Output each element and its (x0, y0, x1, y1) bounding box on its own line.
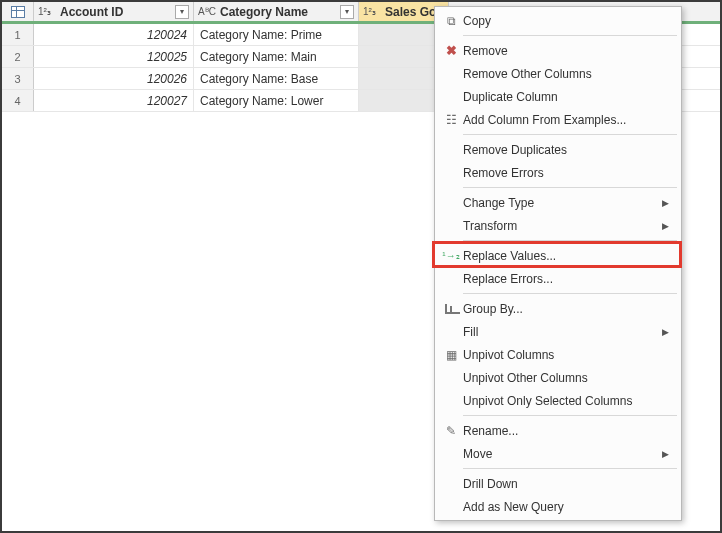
menu-remove-other-columns[interactable]: Remove Other Columns (435, 62, 681, 85)
menu-label: Add as New Query (463, 500, 669, 514)
menu-label: Add Column From Examples... (463, 113, 669, 127)
chevron-right-icon: ▶ (662, 221, 669, 231)
chevron-right-icon: ▶ (662, 198, 669, 208)
menu-label: Unpivot Columns (463, 348, 669, 362)
cell-account-id[interactable]: 120025 (34, 46, 194, 67)
menu-add-as-new-query[interactable]: Add as New Query (435, 495, 681, 518)
row-number: 1 (2, 24, 34, 45)
cell-account-id[interactable]: 120027 (34, 90, 194, 111)
cell-category-name[interactable]: Category Name: Prime (194, 24, 359, 45)
cell-category-name[interactable]: Category Name: Base (194, 68, 359, 89)
menu-separator (463, 293, 677, 294)
cell-category-name[interactable]: Category Name: Main (194, 46, 359, 67)
table-corner-button[interactable] (2, 2, 34, 21)
menu-unpivot-only-selected[interactable]: Unpivot Only Selected Columns (435, 389, 681, 412)
menu-remove-errors[interactable]: Remove Errors (435, 161, 681, 184)
menu-label: Change Type (463, 196, 662, 210)
menu-label: Group By... (463, 302, 669, 316)
column-label: Account ID (60, 5, 171, 19)
menu-remove-duplicates[interactable]: Remove Duplicates (435, 138, 681, 161)
cell-category-name[interactable]: Category Name: Lower (194, 90, 359, 111)
menu-rename[interactable]: ✎ Rename... (435, 419, 681, 442)
menu-label: Remove (463, 44, 669, 58)
menu-label: Rename... (463, 424, 669, 438)
remove-icon: ✖ (439, 43, 463, 58)
menu-label: Remove Duplicates (463, 143, 669, 157)
menu-label: Drill Down (463, 477, 669, 491)
menu-add-column-from-examples[interactable]: ☷ Add Column From Examples... (435, 108, 681, 131)
menu-separator (463, 134, 677, 135)
menu-separator (463, 415, 677, 416)
table-icon (11, 6, 25, 18)
menu-move[interactable]: Move ▶ (435, 442, 681, 465)
menu-separator (463, 35, 677, 36)
menu-unpivot-columns[interactable]: ▦ Unpivot Columns (435, 343, 681, 366)
menu-label: Unpivot Other Columns (463, 371, 669, 385)
menu-replace-values[interactable]: ¹→₂ Replace Values... (435, 244, 681, 267)
menu-label: Replace Values... (463, 249, 669, 263)
cell-account-id[interactable]: 120026 (34, 68, 194, 89)
menu-fill[interactable]: Fill ▶ (435, 320, 681, 343)
menu-separator (463, 468, 677, 469)
column-filter-dropdown[interactable]: ▾ (340, 5, 354, 19)
cell-account-id[interactable]: 120024 (34, 24, 194, 45)
column-header-category-name[interactable]: AᴮC Category Name ▾ (194, 2, 359, 21)
menu-replace-errors[interactable]: Replace Errors... (435, 267, 681, 290)
unpivot-icon: ▦ (439, 348, 463, 362)
menu-label: Move (463, 447, 662, 461)
menu-label: Transform (463, 219, 662, 233)
text-type-icon: AᴮC (198, 6, 216, 17)
column-filter-dropdown[interactable]: ▾ (175, 5, 189, 19)
menu-drill-down[interactable]: Drill Down (435, 472, 681, 495)
menu-remove[interactable]: ✖ Remove (435, 39, 681, 62)
menu-label: Copy (463, 14, 669, 28)
copy-icon: ⧉ (439, 14, 463, 28)
row-number: 3 (2, 68, 34, 89)
column-header-account-id[interactable]: 1²₃ Account ID ▾ (34, 2, 194, 21)
menu-change-type[interactable]: Change Type ▶ (435, 191, 681, 214)
menu-label: Remove Other Columns (463, 67, 669, 81)
menu-copy[interactable]: ⧉ Copy (435, 9, 681, 32)
menu-transform[interactable]: Transform ▶ (435, 214, 681, 237)
chevron-right-icon: ▶ (662, 327, 669, 337)
row-number: 4 (2, 90, 34, 111)
column-label: Category Name (220, 5, 336, 19)
add-column-icon: ☷ (439, 113, 463, 127)
menu-label: Unpivot Only Selected Columns (463, 394, 669, 408)
menu-unpivot-other-columns[interactable]: Unpivot Other Columns (435, 366, 681, 389)
number-type-icon: 1²₃ (38, 6, 56, 17)
number-type-icon: 1²₃ (363, 6, 381, 17)
column-context-menu: ⧉ Copy ✖ Remove Remove Other Columns Dup… (434, 6, 682, 521)
menu-group-by[interactable]: Group By... (435, 297, 681, 320)
menu-label: Fill (463, 325, 662, 339)
menu-label: Replace Errors... (463, 272, 669, 286)
rename-icon: ✎ (439, 424, 463, 438)
menu-separator (463, 187, 677, 188)
row-number: 2 (2, 46, 34, 67)
menu-label: Duplicate Column (463, 90, 669, 104)
replace-values-icon: ¹→₂ (439, 250, 463, 261)
menu-label: Remove Errors (463, 166, 669, 180)
menu-separator (463, 240, 677, 241)
group-by-icon (439, 304, 463, 314)
chevron-right-icon: ▶ (662, 449, 669, 459)
menu-duplicate-column[interactable]: Duplicate Column (435, 85, 681, 108)
